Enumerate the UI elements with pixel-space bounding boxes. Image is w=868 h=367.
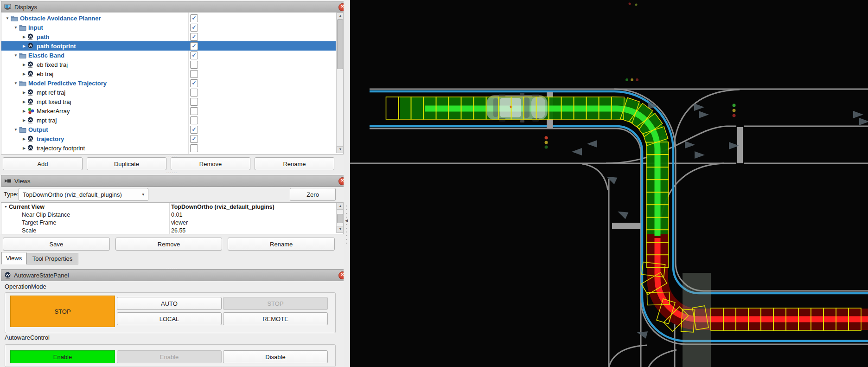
tab-views[interactable]: Views — [1, 252, 26, 264]
expander-icon[interactable]: ▶ — [21, 100, 27, 104]
expander-icon[interactable]: ▼ — [4, 16, 11, 20]
property-value[interactable]: TopDownOrtho (rviz_default_plugins) — [171, 204, 274, 210]
property-name: Target Frame — [22, 219, 56, 226]
tree-item-label: mpt fixed traj — [37, 98, 71, 105]
visibility-checkbox[interactable]: ✓ — [190, 126, 198, 134]
view-property-rows: ▼Current ViewTopDownOrtho (rviz_default_… — [1, 203, 336, 234]
tree-row-mpt-ref-traj[interactable]: ▶mpt ref traj — [1, 88, 336, 97]
current-view-table[interactable]: ▼Current ViewTopDownOrtho (rviz_default_… — [1, 202, 344, 234]
tree-row-output[interactable]: ▼Output✓ — [1, 125, 336, 134]
property-row[interactable]: Target Frameviewer — [1, 219, 336, 226]
tree-row-obstacle-avoidance-planner[interactable]: ▼Obstacle Avoidance Planner✓ — [1, 13, 336, 23]
expander-icon[interactable]: ▶ — [21, 44, 27, 48]
tree-item-label: mpt traj — [37, 117, 57, 124]
tab-tool-properties[interactable]: Tool Properties — [26, 253, 78, 264]
tree-row-markerarray[interactable]: ▶MarkerArray — [1, 106, 336, 116]
tree-row-eb-traj[interactable]: ▶eb traj — [1, 69, 336, 78]
visibility-checkbox[interactable] — [190, 116, 198, 124]
rename-button[interactable]: Rename — [228, 238, 335, 251]
scroll-down-icon[interactable]: ▼ — [337, 146, 344, 153]
expander-icon[interactable]: ▶ — [21, 72, 27, 76]
remove-button[interactable]: Remove — [115, 238, 223, 251]
expander-icon[interactable]: ▼ — [4, 205, 9, 208]
scroll-down-icon[interactable]: ▼ — [337, 226, 344, 233]
property-value[interactable]: 0.01 — [171, 212, 182, 218]
property-row[interactable]: Scale26.55 — [1, 226, 336, 234]
property-row[interactable]: ▼Current ViewTopDownOrtho (rviz_default_… — [1, 203, 336, 211]
operation-mode-state-button[interactable]: STOP — [10, 296, 115, 327]
tree-row-trajectory-footprint[interactable]: ▶trajectory footprint — [1, 143, 336, 153]
expander-icon[interactable]: ▼ — [13, 53, 19, 58]
expander-icon[interactable]: ▼ — [13, 26, 19, 30]
visibility-checkbox[interactable] — [190, 89, 198, 97]
visibility-checkbox[interactable]: ✓ — [190, 42, 198, 50]
visibility-checkbox[interactable] — [190, 98, 198, 106]
visibility-checkbox[interactable] — [190, 61, 198, 69]
expander-icon[interactable]: ▶ — [21, 118, 27, 122]
tree-row-trajectory[interactable]: ▶trajectory✓ — [1, 134, 336, 143]
visibility-checkbox[interactable]: ✓ — [190, 135, 198, 143]
autoware-control-state-button[interactable]: Enable — [10, 350, 115, 363]
duplicate-button[interactable]: Duplicate — [87, 157, 166, 170]
view-type-dropdown[interactable]: TopDownOrtho (rviz_default_plugins) ▾ — [19, 188, 148, 201]
splitter-handle[interactable]: ······ — [0, 171, 344, 174]
views-panel-titlebar[interactable]: Views ✕ — [1, 175, 349, 187]
displays-tree-rows: ▼Obstacle Avoidance Planner✓▼Input✓▶path… — [1, 13, 336, 153]
collapse-left-icon[interactable]: ◀ — [345, 219, 348, 223]
add-button[interactable]: Add — [3, 157, 83, 170]
remove-button[interactable]: Remove — [171, 157, 250, 170]
view-table-scrollbar[interactable]: ▲ ▼ — [336, 203, 343, 233]
expander-icon[interactable]: ▶ — [21, 90, 27, 95]
property-value[interactable]: viewer — [171, 219, 188, 226]
tree-item-label: path footprint — [37, 43, 76, 50]
displays-panel-titlebar[interactable]: Displays ✕ — [1, 1, 349, 13]
expander-icon[interactable]: ▼ — [13, 81, 19, 85]
3d-viewport[interactable] — [350, 0, 868, 367]
local-button[interactable]: LOCAL — [117, 312, 222, 325]
tree-row-mpt-traj[interactable]: ▶mpt traj — [1, 116, 336, 125]
displays-tree[interactable]: ▼Obstacle Avoidance Planner✓▼Input✓▶path… — [1, 12, 344, 155]
save-button[interactable]: Save — [3, 238, 110, 251]
expander-icon[interactable]: ▼ — [13, 128, 19, 132]
displays-tree-scrollbar[interactable]: ▲ ▼ — [336, 13, 343, 153]
auto-button[interactable]: AUTO — [117, 297, 222, 310]
tree-row-path[interactable]: ▶path✓ — [1, 32, 336, 41]
scroll-up-icon[interactable]: ▲ — [337, 203, 344, 210]
zero-button[interactable]: Zero — [290, 188, 336, 201]
tree-item-label: Obstacle Avoidance Planner — [20, 15, 101, 22]
tree-item-label: eb fixed traj — [37, 61, 68, 68]
expander-icon[interactable]: ▶ — [21, 137, 27, 141]
tree-row-eb-fixed-traj[interactable]: ▶eb fixed traj — [1, 60, 336, 69]
visibility-checkbox[interactable]: ✓ — [190, 33, 198, 41]
control-disable-button[interactable]: Disable — [223, 350, 328, 363]
expander-icon[interactable]: ▶ — [21, 63, 27, 67]
scroll-up-icon[interactable]: ▲ — [337, 13, 344, 19]
tree-row-model-predictive-trajectory[interactable]: ▼Model Predictive Trajectory✓ — [1, 78, 336, 88]
state-panel-titlebar[interactable]: AutowareStatePanel ✕ — [1, 269, 349, 281]
visibility-checkbox[interactable]: ✓ — [190, 79, 198, 87]
divider-grip — [346, 204, 347, 246]
visibility-checkbox[interactable]: ✓ — [190, 24, 198, 32]
property-value[interactable]: 26.55 — [171, 227, 185, 234]
rename-button[interactable]: Rename — [255, 157, 334, 170]
markers-icon — [27, 107, 35, 115]
tree-row-input[interactable]: ▼Input✓ — [1, 23, 336, 32]
visibility-checkbox[interactable]: ✓ — [190, 52, 198, 59]
remote-button[interactable]: REMOTE — [223, 312, 328, 325]
tree-row-mpt-fixed-traj[interactable]: ▶mpt fixed traj — [1, 97, 336, 106]
visibility-checkbox[interactable] — [190, 70, 198, 78]
expander-icon[interactable]: ▶ — [21, 109, 27, 113]
visibility-checkbox[interactable] — [190, 107, 198, 115]
visibility-checkbox[interactable]: ✓ — [190, 14, 198, 22]
visibility-checkbox[interactable] — [190, 144, 198, 152]
tree-row-path-footprint[interactable]: ▶path footprint✓ — [1, 41, 336, 51]
property-row[interactable]: Near Clip Distance0.01 — [1, 211, 336, 219]
expander-icon[interactable]: ▶ — [21, 146, 27, 150]
folder-icon — [19, 126, 27, 133]
autoware-control-label: AutowareControl — [5, 334, 50, 341]
panel-divider[interactable]: ◀ — [344, 0, 350, 367]
scrollbar-thumb[interactable] — [337, 19, 343, 69]
scrollbar-thumb[interactable] — [337, 214, 343, 223]
tree-row-elastic-band[interactable]: ▼Elastic Band✓ — [1, 51, 336, 60]
expander-icon[interactable]: ▶ — [21, 35, 27, 39]
